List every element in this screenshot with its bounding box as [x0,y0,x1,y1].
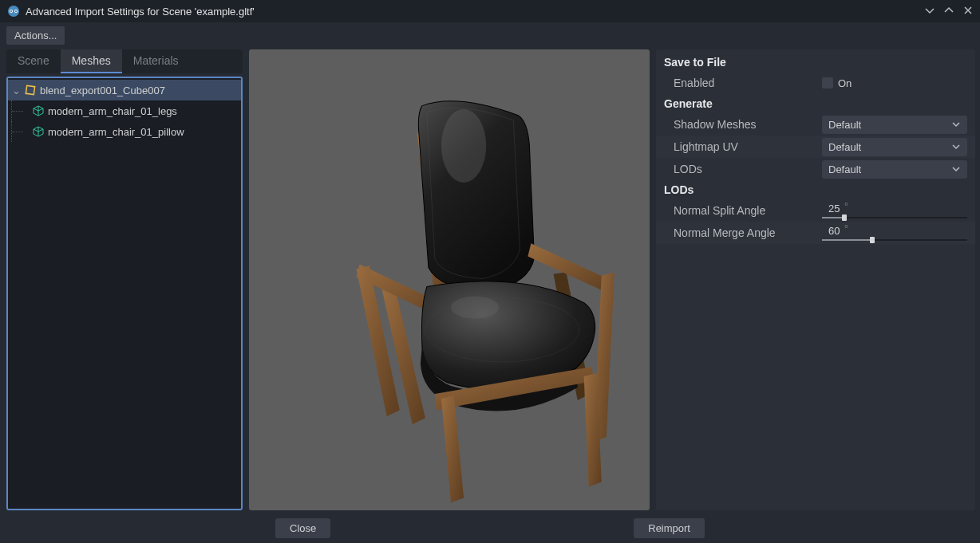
svg-marker-13 [528,243,611,293]
actions-button[interactable]: Actions... [6,26,65,45]
window-title: Advanced Import Settings for Scene 'exam… [26,6,919,18]
tree-row-child[interactable]: modern_arm_chair_01_pillow [8,121,241,142]
prop-label: Shadow Meshes [674,118,822,131]
svg-point-3 [10,10,12,12]
app-logo-icon [6,4,21,18]
section-generate: Generate [656,94,975,113]
enabled-value: On [838,77,852,89]
tree-row-child[interactable]: modern_arm_chair_01_legs [8,100,241,121]
tab-scene[interactable]: Scene [6,49,61,73]
prop-label: Enabled [674,77,822,89]
panel-tabs: Scene Meshes Materials [6,49,243,73]
tree-label: modern_arm_chair_01_legs [48,105,177,117]
left-panel: Scene Meshes Materials ⌄ blend_export001… [6,49,243,510]
prop-normal-split: Normal Split Angle 25 ° [656,199,975,222]
mesh-cube-icon [32,104,45,117]
lods-gen-dropdown[interactable]: Default [822,160,967,179]
lightmap-uv-dropdown[interactable]: Default [822,138,967,156]
section-lods: LODs [656,180,975,199]
3d-viewport[interactable] [249,49,650,510]
prop-label: LODs [674,163,822,175]
reimport-button[interactable]: Reimport [634,518,705,538]
prop-normal-merge: Normal Merge Angle 60 ° [656,222,975,244]
svg-point-18 [451,297,499,319]
shadow-meshes-dropdown[interactable]: Default [822,116,967,134]
prop-lightmap-uv: Lightmap UV Default [656,136,975,158]
prop-label: Normal Merge Angle [674,226,822,239]
prop-lods-gen: LODs Default [656,158,975,180]
chevron-down-icon [951,120,961,129]
mesh-cube-icon [32,125,45,138]
normal-split-slider[interactable]: 25 ° [822,201,967,220]
prop-label: Normal Split Angle [674,204,822,217]
inspector-panel: Save to File Enabled On Generate Shadow … [656,49,975,510]
chevron-down-icon [951,142,961,151]
prop-shadow-meshes: Shadow Meshes Default [656,113,975,136]
tree-row-root[interactable]: ⌄ blend_export001_Cube007 [8,80,241,100]
toolbar: Actions... [0,22,980,48]
svg-point-17 [441,109,486,183]
maximize-icon[interactable] [943,5,954,18]
svg-rect-5 [26,85,34,94]
section-save-to-file: Save to File [656,53,975,72]
tab-meshes[interactable]: Meshes [61,49,122,73]
svg-point-4 [15,10,17,12]
tab-materials[interactable]: Materials [122,49,190,73]
dialog-footer: Close Reimport [0,512,980,543]
titlebar: Advanced Import Settings for Scene 'exam… [0,0,980,22]
prop-label: Lightmap UV [674,140,822,153]
mesh-plane-icon [24,84,37,96]
preview-chair [249,49,650,510]
enabled-checkbox[interactable] [822,77,833,89]
prop-enabled: Enabled On [656,72,975,94]
minimize-icon[interactable] [924,5,935,18]
close-icon[interactable] [962,5,974,18]
normal-merge-slider[interactable]: 60 ° [822,223,967,242]
mesh-tree[interactable]: ⌄ blend_export001_Cube007 modern_arm_cha… [6,77,243,510]
close-button[interactable]: Close [275,518,330,538]
tree-label: modern_arm_chair_01_pillow [48,126,184,138]
chevron-down-icon [951,164,961,174]
caret-down-icon[interactable]: ⌄ [11,85,21,96]
tree-label: blend_export001_Cube007 [40,85,165,96]
svg-marker-15 [441,395,464,503]
